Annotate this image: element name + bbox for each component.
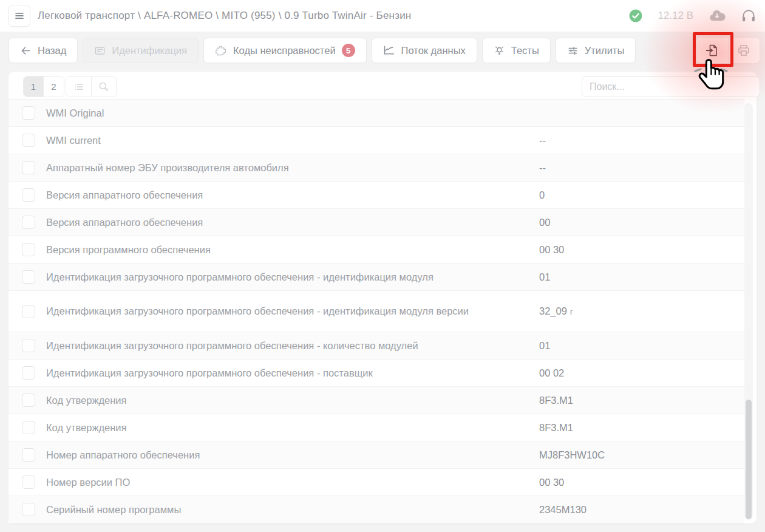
back-arrow-icon [20,45,32,56]
hamburger-icon [13,10,25,22]
row-checkbox[interactable] [22,106,35,120]
row-label: Идентификация загрузочного программного … [46,298,495,324]
row-checkbox[interactable] [22,270,35,284]
row-checkbox[interactable] [22,188,35,202]
row-checkbox[interactable] [22,503,35,516]
row-value: 01 [539,271,550,283]
row-label: Серийный номер программы [46,497,495,523]
utilities-button-label: Утилиты [585,45,625,56]
utilities-button[interactable]: Утилиты [556,38,636,63]
list-view-button[interactable] [66,77,91,97]
row-checkbox[interactable] [22,216,35,229]
row-value: 00 [539,217,550,228]
scrollbar-thumb[interactable] [746,400,752,519]
top-bar: Легковой транспорт \ ALFA-ROMEO \ MITO (… [0,0,765,32]
row-checkbox[interactable] [22,394,35,407]
row-checkbox[interactable] [22,476,35,489]
identification-button: Идентификация [83,38,199,63]
row-label: Идентификация загрузочного программного … [46,264,495,290]
table-row: Серийный номер программы 2345M130 [8,496,744,523]
row-checkbox[interactable] [22,339,35,352]
row-label: Код утверждения [46,387,495,414]
row-value: 0 [539,189,545,201]
back-button[interactable]: Назад [8,38,78,63]
tests-button[interactable]: Тесты [482,38,551,63]
fault-codes-badge: 5 [342,44,355,57]
identification-icon [94,45,106,56]
table-row: Идентификация загрузочного программного … [8,291,744,332]
search-input[interactable] [582,76,760,97]
page-2-button[interactable]: 2 [44,77,64,97]
report-actions-group [696,37,760,64]
row-label: WMI current [46,128,495,154]
table-row: Идентификация загрузочного программного … [8,332,744,360]
table-row: Версия аппаратного обеспечения 00 [8,209,744,236]
data-stream-button-label: Поток данных [401,45,466,56]
row-label: Аппаратный номер ЭБУ производителя автом… [46,155,495,181]
identification-table: WMI Original WMI current -- Аппаратный н… [8,99,744,523]
list-tools-group [66,76,117,97]
table-row: Номер версии ПО 00 30 [8,469,744,496]
print-button[interactable] [728,38,760,63]
clear-search-button[interactable] [91,77,116,97]
table-row: Код утверждения 8F3.M1 [8,414,744,442]
row-checkbox[interactable] [22,448,35,462]
row-value: -- [539,135,546,146]
row-value: 00 02 [539,367,564,379]
row-label: Версия аппаратного обеспечения [46,210,495,236]
export-file-icon [705,43,719,58]
table-row: WMI Original [8,100,744,127]
headphones-icon[interactable] [741,8,756,24]
sliders-icon [567,45,579,56]
row-checkbox[interactable] [22,421,35,434]
table-row: Версия программного обеспечения 00 30 [8,236,744,264]
cloud-download-icon[interactable] [708,9,726,23]
identification-panel: 1 2 WMI Original WMI current -- Аппаратн… [8,72,756,523]
row-value: 2345M130 [539,504,586,516]
battery-voltage: 12.12 В [658,10,693,22]
row-label: Идентификация загрузочного программного … [46,333,495,359]
table-row: Номер аппаратного обеспечения MJ8F3HW10C [8,442,744,469]
row-label: Версия аппаратного обеспечения [46,182,495,208]
table-row: Версия аппаратного обеспечения 0 [8,182,744,209]
data-stream-button[interactable]: Поток данных [372,38,477,63]
fault-codes-button[interactable]: Коды неисправностей 5 [203,38,367,63]
table-row: Аппаратный номер ЭБУ производителя автом… [8,154,744,182]
tests-button-label: Тесты [511,45,539,56]
status-check-icon [628,9,643,23]
lightbulb-icon [494,45,505,56]
row-value: 00 30 [539,244,564,256]
row-checkbox[interactable] [22,134,35,147]
breadcrumb: Легковой транспорт \ ALFA-ROMEO \ MITO (… [38,0,411,32]
row-value: 01 [539,340,550,352]
table-row: Идентификация загрузочного программного … [8,360,744,387]
row-value: -- [539,162,546,174]
table-row: WMI current -- [8,127,744,154]
fault-codes-button-label: Коды неисправностей [233,45,336,56]
row-checkbox[interactable] [22,366,35,380]
row-value: 00 30 [539,477,564,488]
row-label: Номер аппаратного обеспечения [46,442,495,468]
back-button-label: Назад [38,45,66,56]
engine-icon [215,44,227,56]
print-icon [736,43,751,58]
hamburger-menu-button[interactable] [8,5,30,27]
row-checkbox[interactable] [22,305,35,318]
row-checkbox[interactable] [22,161,35,174]
search-clear-icon [98,81,110,93]
row-value: 8F3.M1 [539,395,573,406]
identification-button-label: Идентификация [112,45,187,56]
line-chart-icon [383,44,395,56]
row-label: WMI Original [46,100,495,126]
row-value: MJ8F3HW10C [539,449,605,461]
table-row: Код утверждения 8F3.M1 [8,387,744,414]
table-row: Идентификация загрузочного программного … [8,264,744,291]
row-checkbox[interactable] [22,243,35,256]
row-value: 32_09г [539,305,573,317]
export-report-button[interactable] [696,38,728,63]
row-label: Код утверждения [46,415,495,441]
toolbar: Назад Идентификация Коды неисправностей … [8,38,636,63]
row-value: 8F3.M1 [539,422,573,434]
row-label: Номер версии ПО [46,469,495,496]
page-1-button[interactable]: 1 [24,77,44,97]
